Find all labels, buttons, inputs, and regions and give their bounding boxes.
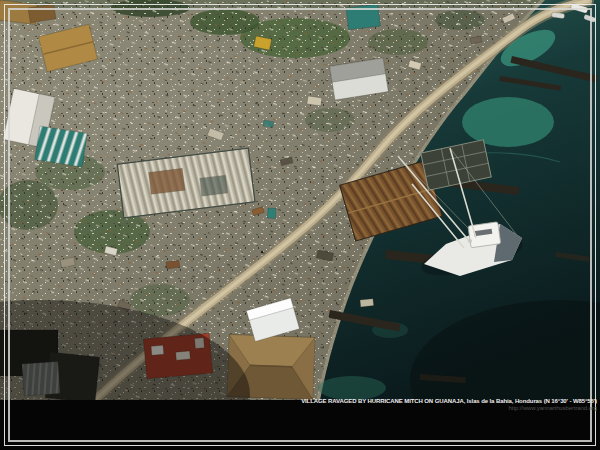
photo-scene	[0, 0, 600, 400]
caption-title: VILLAGE RAVAGED BY HURRICANE MITCH ON GU…	[301, 398, 597, 405]
aerial-photo	[0, 0, 600, 400]
caption-url: http://www.yannarthusbertrand.org	[301, 405, 597, 412]
photo-caption: VILLAGE RAVAGED BY HURRICANE MITCH ON GU…	[301, 398, 597, 412]
wallpaper-canvas: VILLAGE RAVAGED BY HURRICANE MITCH ON GU…	[0, 0, 600, 450]
